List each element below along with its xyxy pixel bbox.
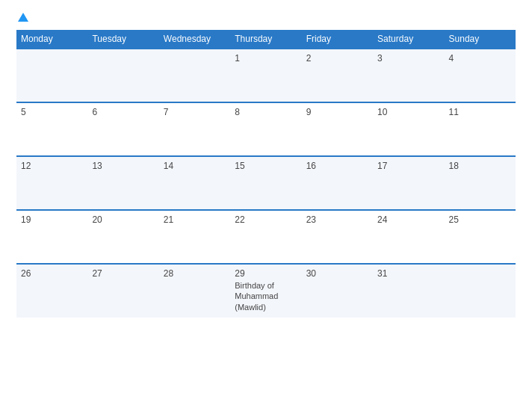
day-number: 23 (306, 214, 368, 225)
calendar-cell: 21 (159, 210, 230, 264)
calendar-cell (445, 264, 516, 318)
calendar-cell: 7 (159, 102, 230, 156)
calendar-body: 1234567891011121314151617181920212223242… (16, 49, 516, 318)
calendar-cell: 26 (16, 264, 87, 318)
col-header-friday: Friday (302, 30, 373, 49)
event-label: Birthday of Muhammad (Mawlid) (235, 281, 278, 312)
logo (16, 13, 28, 22)
day-number: 20 (92, 214, 154, 225)
calendar-week-1: 1234 (16, 49, 516, 102)
calendar-cell: 30 (302, 264, 373, 318)
page: MondayTuesdayWednesdayThursdayFridaySatu… (0, 0, 532, 411)
calendar-cell: 2 (302, 49, 373, 102)
calendar-cell: 11 (445, 102, 516, 156)
day-number: 2 (306, 53, 368, 64)
day-number: 10 (377, 107, 439, 117)
calendar-week-5: 26272829Birthday of Muhammad (Mawlid)303… (16, 264, 516, 318)
calendar-cell: 3 (373, 49, 444, 102)
day-number: 11 (449, 107, 511, 117)
calendar-cell: 14 (159, 156, 230, 210)
day-number: 31 (377, 268, 439, 279)
calendar-cell: 20 (87, 210, 158, 264)
day-number: 13 (92, 161, 154, 171)
calendar-cell: 13 (87, 156, 158, 210)
col-header-thursday: Thursday (230, 30, 301, 49)
calendar-table: MondayTuesdayWednesdayThursdayFridaySatu… (16, 30, 516, 318)
day-number: 7 (164, 107, 226, 117)
calendar-cell (16, 49, 87, 102)
logo-triangle-icon (18, 13, 28, 22)
calendar-cell: 1 (230, 49, 301, 102)
calendar-header: MondayTuesdayWednesdayThursdayFridaySatu… (16, 30, 516, 49)
col-header-monday: Monday (16, 30, 87, 49)
day-number: 27 (92, 268, 154, 279)
day-number: 24 (377, 214, 439, 225)
calendar-cell: 31 (373, 264, 444, 318)
calendar-cell: 29Birthday of Muhammad (Mawlid) (230, 264, 301, 318)
day-number: 21 (164, 214, 226, 225)
day-number: 18 (449, 161, 511, 171)
calendar-cell: 16 (302, 156, 373, 210)
calendar-cell: 23 (302, 210, 373, 264)
day-number: 15 (235, 161, 297, 171)
day-number: 14 (164, 161, 226, 171)
day-number: 8 (235, 107, 297, 117)
calendar-header-row: MondayTuesdayWednesdayThursdayFridaySatu… (16, 30, 516, 49)
col-header-tuesday: Tuesday (87, 30, 158, 49)
day-number: 4 (449, 53, 511, 64)
calendar-cell: 22 (230, 210, 301, 264)
day-number: 16 (306, 161, 368, 171)
day-number: 19 (21, 214, 83, 225)
col-header-sunday: Sunday (445, 30, 516, 49)
calendar-week-3: 12131415161718 (16, 156, 516, 210)
day-number: 17 (377, 161, 439, 171)
day-number: 25 (449, 214, 511, 225)
calendar-cell: 4 (445, 49, 516, 102)
day-number: 22 (235, 214, 297, 225)
calendar-cell: 12 (16, 156, 87, 210)
day-number: 5 (21, 107, 83, 117)
calendar-cell (159, 49, 230, 102)
calendar-cell: 28 (159, 264, 230, 318)
calendar-week-2: 567891011 (16, 102, 516, 156)
day-number: 29 (235, 268, 297, 279)
day-number: 1 (235, 53, 297, 64)
calendar-cell: 15 (230, 156, 301, 210)
calendar-cell: 24 (373, 210, 444, 264)
calendar-cell: 6 (87, 102, 158, 156)
day-number: 3 (377, 53, 439, 64)
calendar-cell: 27 (87, 264, 158, 318)
day-number: 12 (21, 161, 83, 171)
calendar-week-4: 19202122232425 (16, 210, 516, 264)
day-number: 6 (92, 107, 154, 117)
day-number: 30 (306, 268, 368, 279)
calendar-cell (87, 49, 158, 102)
calendar-cell: 19 (16, 210, 87, 264)
calendar-cell: 18 (445, 156, 516, 210)
calendar-cell: 5 (16, 102, 87, 156)
day-number: 26 (21, 268, 83, 279)
header (16, 13, 516, 22)
calendar-cell: 10 (373, 102, 444, 156)
day-number: 9 (306, 107, 368, 117)
day-number: 28 (164, 268, 226, 279)
col-header-saturday: Saturday (373, 30, 444, 49)
col-header-wednesday: Wednesday (159, 30, 230, 49)
calendar-cell: 8 (230, 102, 301, 156)
calendar-cell: 17 (373, 156, 444, 210)
calendar-cell: 25 (445, 210, 516, 264)
calendar-cell: 9 (302, 102, 373, 156)
